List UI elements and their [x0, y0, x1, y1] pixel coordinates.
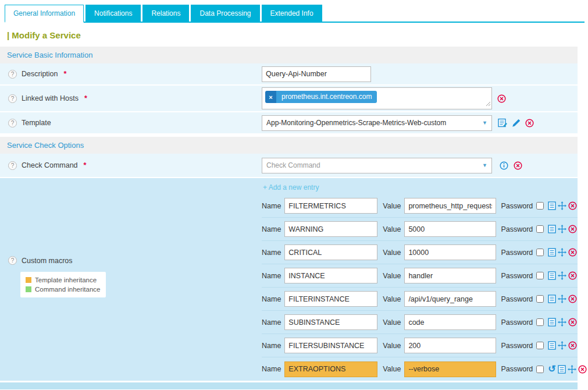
check-command-placeholder: Check Command	[266, 161, 320, 169]
macro-description-icon[interactable]	[548, 271, 556, 280]
tab-label: General Information	[13, 9, 75, 17]
macro-value-label: Value	[383, 318, 401, 327]
macro-name-label: Name	[262, 225, 281, 233]
help-icon[interactable]: ?	[8, 119, 17, 127]
description-input[interactable]	[262, 66, 371, 82]
view-template-icon[interactable]	[498, 118, 508, 127]
macro-value-label: Value	[383, 295, 401, 303]
macro-password-checkbox[interactable]	[536, 366, 544, 373]
macro-move-icon[interactable]	[558, 318, 566, 327]
macro-delete-icon[interactable]	[568, 201, 577, 210]
macro-row: Name Value Password ↺	[262, 218, 578, 241]
macro-value-label: Value	[383, 202, 401, 210]
clear-hosts-icon[interactable]	[497, 94, 506, 103]
macro-password-checkbox[interactable]	[536, 272, 544, 279]
add-new-entry-link[interactable]: + Add a new entry	[262, 179, 319, 194]
macro-value-input[interactable]	[404, 198, 496, 214]
legend-label: Template inheritance	[35, 275, 97, 285]
macro-delete-icon[interactable]	[568, 271, 577, 280]
macro-name-input[interactable]	[284, 361, 377, 377]
help-icon[interactable]: ?	[8, 70, 17, 79]
macro-value-input[interactable]	[404, 314, 496, 330]
tab-relations[interactable]: Relations	[142, 5, 189, 22]
macro-move-icon[interactable]	[558, 341, 566, 350]
macro-value-input[interactable]	[404, 221, 496, 237]
macro-move-icon[interactable]	[558, 248, 566, 257]
custom-macros-area: ? Custom macros Template inheritance Com…	[0, 178, 578, 381]
macro-password-checkbox[interactable]	[536, 318, 544, 326]
macro-password-checkbox[interactable]	[536, 295, 544, 303]
macro-name-input[interactable]	[284, 268, 377, 283]
chevron-down-icon: ▼	[479, 162, 487, 168]
footer-strip	[0, 382, 578, 389]
help-icon[interactable]: ?	[8, 256, 17, 265]
clear-check-command-icon[interactable]	[514, 161, 522, 170]
macro-password-checkbox[interactable]	[536, 249, 544, 256]
macro-password-checkbox[interactable]	[536, 225, 544, 233]
macro-move-icon[interactable]	[558, 295, 566, 303]
macro-delete-icon[interactable]	[578, 365, 587, 374]
edit-template-icon[interactable]	[512, 118, 521, 127]
tab-data-processing[interactable]: Data Processing	[191, 5, 259, 22]
macro-name-label: Name	[262, 272, 281, 280]
macro-password-label: Password	[501, 272, 533, 280]
tab-label: Extended Info	[270, 9, 313, 17]
field-row-linked-hosts: ? Linked with Hosts * × prometheus.int.c…	[0, 86, 578, 112]
macro-description-icon[interactable]	[558, 365, 566, 374]
help-icon[interactable]: ?	[8, 161, 17, 170]
macro-undo-icon[interactable]: ↺	[548, 365, 555, 373]
macro-description-icon[interactable]	[548, 341, 556, 350]
macro-delete-icon[interactable]	[568, 225, 577, 233]
macro-value-input[interactable]	[404, 244, 496, 260]
macro-name-input[interactable]	[284, 314, 377, 330]
macro-move-icon[interactable]	[558, 225, 566, 233]
macro-value-label: Value	[383, 272, 401, 280]
tab-notifications[interactable]: Notifications	[85, 5, 141, 22]
macro-name-input[interactable]	[284, 244, 377, 260]
resize-grip-icon[interactable]	[486, 100, 491, 108]
macro-value-input[interactable]	[404, 268, 496, 283]
macro-description-icon[interactable]	[548, 295, 556, 303]
macro-move-icon[interactable]	[558, 201, 566, 210]
macro-delete-icon[interactable]	[568, 341, 577, 350]
linked-hosts-input[interactable]: × prometheus.int.centreon.com	[262, 87, 492, 109]
tab-label: Data Processing	[199, 9, 251, 17]
macro-delete-icon[interactable]	[568, 318, 577, 327]
check-command-select[interactable]: Check Command ▼	[262, 158, 492, 173]
macro-value-input[interactable]	[404, 361, 496, 377]
tab-general-information[interactable]: General Information	[5, 5, 84, 23]
macro-description-icon[interactable]	[548, 201, 556, 210]
chip-close-icon[interactable]: ×	[265, 91, 276, 103]
macro-description-icon[interactable]	[548, 225, 556, 233]
macro-name-input[interactable]	[284, 221, 377, 237]
help-icon[interactable]: ?	[8, 94, 17, 103]
macro-move-icon[interactable]	[568, 365, 576, 374]
macro-move-icon[interactable]	[558, 271, 566, 280]
chevron-down-icon: ▼	[479, 120, 487, 126]
macro-description-icon[interactable]	[548, 248, 556, 257]
macro-password-checkbox[interactable]	[536, 342, 544, 349]
tab-bar: General Information Notifications Relati…	[5, 5, 585, 23]
macro-row: Name Value Password ↺	[262, 264, 578, 288]
host-chip-label: prometheus.int.centreon.com	[276, 91, 377, 103]
clear-template-icon[interactable]	[525, 119, 534, 127]
legend-label: Command inheritance	[35, 285, 101, 294]
legend-item-template-inheritance: Template inheritance	[26, 275, 101, 285]
macro-delete-icon[interactable]	[568, 248, 577, 257]
macro-row: Name Value Password ↺	[262, 241, 578, 264]
macro-delete-icon[interactable]	[568, 295, 577, 303]
macro-value-input[interactable]	[404, 338, 496, 353]
macro-password-checkbox[interactable]	[536, 202, 544, 210]
macro-value-input[interactable]	[404, 291, 496, 307]
macro-name-label: Name	[262, 342, 281, 350]
info-icon[interactable]	[500, 161, 508, 170]
host-chip: × prometheus.int.centreon.com	[265, 91, 377, 103]
macro-name-input[interactable]	[284, 338, 377, 353]
field-row-check-command: ? Check Command * Check Command ▼	[0, 154, 578, 178]
macro-description-icon[interactable]	[548, 318, 556, 327]
macro-name-input[interactable]	[284, 198, 377, 214]
template-select[interactable]: App-Monitoring-Openmetrics-Scrape-Metric…	[262, 115, 492, 131]
tab-extended-info[interactable]: Extended Info	[262, 5, 322, 22]
macro-password-label: Password	[501, 202, 533, 210]
macro-name-input[interactable]	[284, 291, 377, 307]
